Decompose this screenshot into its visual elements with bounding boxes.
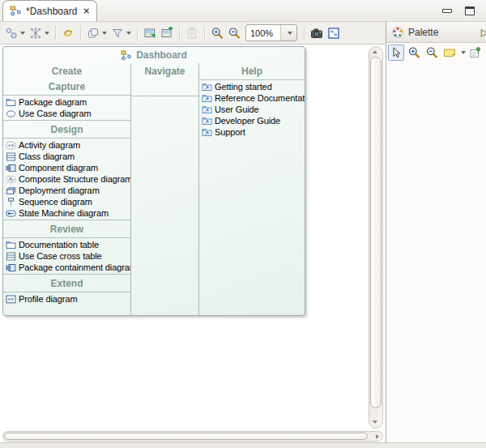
zoom-out-icon bbox=[228, 27, 241, 40]
palette-header[interactable]: Palette ▷ bbox=[386, 22, 486, 43]
editor-tab-bar: *Dashboard ✕ bbox=[0, 0, 486, 22]
camera-button[interactable] bbox=[309, 23, 325, 43]
arrange-all-icon bbox=[29, 27, 42, 40]
dashboard-item[interactable]: Class diagram bbox=[3, 151, 130, 162]
dashboard-item[interactable]: Package diagram bbox=[3, 96, 130, 108]
palette-panel: Palette ▷ bbox=[386, 22, 486, 442]
dashboard-item[interactable]: Use Case diagram bbox=[3, 108, 130, 119]
pin-note-tool-button[interactable] bbox=[467, 45, 484, 61]
dashboard-item-label: Composite Structure diagram bbox=[19, 174, 130, 184]
help-link-label: User Guide bbox=[215, 105, 259, 114]
sync-button[interactable] bbox=[60, 23, 76, 43]
help-link[interactable]: Developer Guide bbox=[199, 115, 305, 126]
model-icon bbox=[10, 6, 22, 16]
group-nodes-icon bbox=[5, 27, 18, 40]
diagram-canvas[interactable]: Dashboard CreateCapturePackage diagramUs… bbox=[0, 45, 386, 430]
dashboard-item-label: Component diagram bbox=[19, 163, 98, 173]
dashboard-item[interactable]: Composite Structure diagram bbox=[3, 173, 130, 185]
help-link[interactable]: Getting started bbox=[199, 81, 305, 92]
dashboard-column-header: Help bbox=[199, 65, 305, 78]
note-tool-button[interactable] bbox=[441, 45, 458, 61]
zoom-dropdown-button[interactable] bbox=[280, 25, 296, 41]
dashboard-item[interactable]: Activity diagram bbox=[3, 139, 130, 151]
toolbar-separator bbox=[137, 26, 138, 41]
column-spacer bbox=[131, 79, 198, 95]
palette-icon bbox=[391, 26, 404, 39]
horizontal-scrollbar-thumb[interactable] bbox=[4, 433, 368, 440]
help-link[interactable]: User Guide bbox=[199, 104, 305, 115]
filter-button[interactable] bbox=[109, 23, 133, 43]
dashboard-column-header: Navigate bbox=[131, 65, 198, 78]
section-divider bbox=[3, 138, 130, 139]
zoom-level-value[interactable]: 100% bbox=[246, 25, 280, 41]
zoom-out-icon bbox=[425, 46, 438, 59]
dropdown-arrow-icon[interactable] bbox=[461, 51, 466, 54]
dropdown-arrow-icon bbox=[288, 32, 292, 35]
status-bar bbox=[0, 442, 486, 448]
toolbar-separator bbox=[80, 26, 81, 41]
dropdown-arrow-icon[interactable] bbox=[45, 32, 49, 35]
maximize-button[interactable] bbox=[465, 6, 475, 15]
help-folder-icon bbox=[202, 105, 212, 114]
palette-title: Palette bbox=[408, 27, 438, 38]
dropdown-arrow-icon[interactable] bbox=[20, 32, 25, 35]
selection-tool-button[interactable] bbox=[388, 45, 404, 61]
scroll-down-icon[interactable] bbox=[373, 420, 377, 424]
toolbar-separator bbox=[304, 26, 305, 41]
arrange-all-button[interactable] bbox=[28, 23, 51, 43]
vertical-scrollbar-thumb[interactable] bbox=[370, 57, 382, 408]
dashboard-icon bbox=[121, 50, 132, 61]
tab-title: *Dashboard bbox=[26, 6, 77, 17]
composite-icon bbox=[6, 175, 16, 184]
dashboard-item[interactable]: Use Case cross table bbox=[3, 250, 130, 262]
zoom-in-button[interactable] bbox=[209, 23, 225, 43]
deployment-icon bbox=[6, 186, 16, 195]
dashboard-item[interactable]: Sequence diagram bbox=[3, 196, 130, 207]
horizontal-scrollbar[interactable] bbox=[2, 431, 383, 442]
section-divider bbox=[3, 120, 130, 121]
diagram-window-button[interactable] bbox=[326, 23, 342, 43]
dashboard-item[interactable]: Component diagram bbox=[3, 162, 130, 173]
palette-expand-icon[interactable]: ▷ bbox=[481, 27, 486, 38]
tab-dashboard[interactable]: *Dashboard ✕ bbox=[2, 0, 97, 21]
dashboard-section-header: Extend bbox=[3, 277, 130, 290]
palette-zoom-out-button[interactable] bbox=[424, 45, 440, 61]
dashboard-panel-title: Dashboard bbox=[3, 47, 305, 63]
scroll-up-icon[interactable] bbox=[373, 50, 377, 53]
vertical-scrollbar[interactable] bbox=[369, 46, 383, 429]
group-nodes-button[interactable] bbox=[3, 23, 27, 43]
dashboard-columns: CreateCapturePackage diagramUse Case dia… bbox=[3, 63, 305, 315]
palette-zoom-in-button[interactable] bbox=[406, 45, 422, 61]
dashboard-item-label: Activity diagram bbox=[19, 140, 80, 150]
section-divider bbox=[3, 274, 130, 275]
tab-close-icon[interactable]: ✕ bbox=[83, 6, 89, 15]
dashboard-item[interactable]: Package containment diagram bbox=[3, 262, 130, 273]
sync-icon bbox=[62, 27, 75, 40]
class-icon bbox=[6, 152, 16, 161]
statemachine-icon bbox=[6, 209, 16, 218]
palette-body[interactable] bbox=[386, 62, 486, 442]
dashboard-item[interactable]: Deployment diagram bbox=[3, 185, 130, 196]
dashboard-title-label: Dashboard bbox=[136, 49, 187, 61]
svg-text:«»: «» bbox=[7, 296, 14, 301]
section-divider bbox=[3, 220, 130, 220]
help-link[interactable]: Reference Documentation bbox=[199, 92, 305, 104]
zoom-level-combo[interactable]: 100% bbox=[245, 24, 297, 41]
dashboard-item-label: Documentation table bbox=[19, 240, 99, 250]
help-link[interactable]: Support bbox=[199, 126, 305, 138]
section-divider bbox=[131, 96, 198, 96]
sequence-icon bbox=[6, 198, 16, 207]
zoom-out-button[interactable] bbox=[226, 23, 242, 43]
dropdown-arrow-icon[interactable] bbox=[126, 32, 131, 35]
dashboard-item[interactable]: State Machine diagram bbox=[3, 207, 130, 219]
copy-appearance-button[interactable] bbox=[85, 23, 109, 43]
minimize-button[interactable] bbox=[442, 9, 452, 13]
scroll-right-icon[interactable] bbox=[376, 434, 379, 439]
dropdown-arrow-icon[interactable] bbox=[102, 32, 107, 35]
image-export-button[interactable] bbox=[142, 23, 158, 43]
dashboard-item[interactable]: Documentation table bbox=[3, 239, 130, 250]
dashboard-item[interactable]: «»Profile diagram bbox=[3, 293, 130, 305]
dashboard-item-label: Sequence diagram bbox=[19, 197, 92, 207]
image-add-button[interactable] bbox=[159, 23, 175, 43]
image-add-icon bbox=[160, 27, 173, 40]
